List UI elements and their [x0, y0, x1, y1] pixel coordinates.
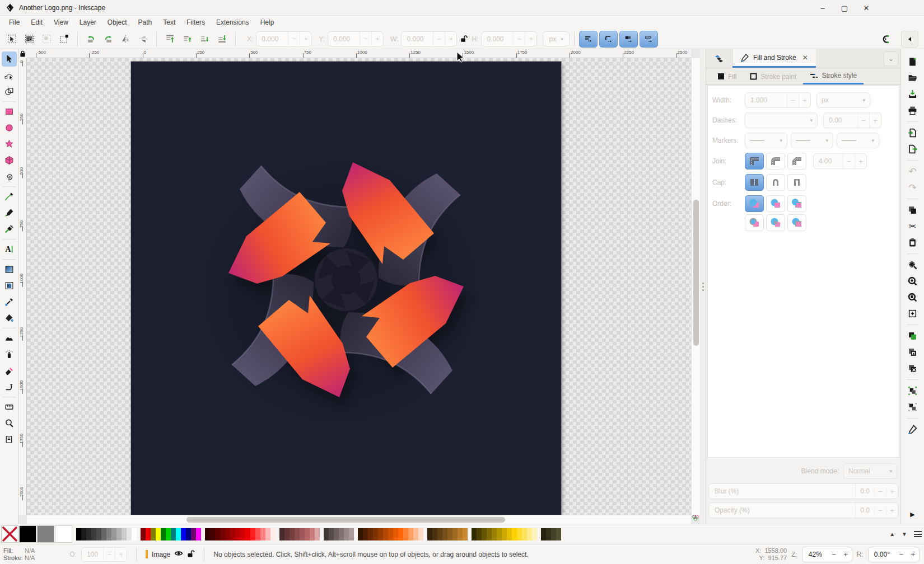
vertical-ruler[interactable]: 025050075010001250150017502000 [18, 58, 27, 515]
cap-round-button[interactable] [766, 174, 785, 191]
group-button[interactable] [904, 383, 921, 399]
horizontal-ruler[interactable]: -500-25002505007501000125015001750200022… [27, 49, 691, 58]
export-button[interactable] [904, 141, 921, 157]
palette-swatch[interactable] [408, 528, 413, 540]
fill-stroke-dialog-button[interactable] [904, 421, 921, 438]
tool-spray[interactable] [2, 347, 17, 362]
document-image[interactable] [131, 62, 561, 515]
y-minus[interactable]: − [360, 32, 371, 46]
palette-swatch[interactable] [413, 528, 418, 540]
marker-mid-dropdown[interactable]: ▾ [791, 133, 833, 148]
select-all-layers-button[interactable] [21, 31, 38, 48]
cap-butt-button[interactable] [745, 174, 764, 191]
zoom-drawing-button[interactable] [904, 273, 921, 289]
swatch-gray[interactable] [37, 525, 54, 543]
menu-help[interactable]: Help [255, 17, 280, 28]
tool-text[interactable]: A [2, 242, 17, 257]
width-plus[interactable]: + [799, 93, 810, 107]
swatch-black[interactable] [19, 525, 36, 543]
x-minus[interactable]: − [288, 32, 300, 46]
swatch-none[interactable] [1, 525, 18, 543]
canvas[interactable] [27, 58, 691, 515]
palette-swatch[interactable] [122, 528, 127, 540]
palette-menu-icon[interactable] [914, 531, 922, 537]
flip-vertical-button[interactable] [134, 31, 152, 48]
layers-dialog-tab[interactable] [706, 49, 732, 68]
dash-offset-plus[interactable]: + [869, 113, 881, 128]
undo-button[interactable]: ↶ [904, 163, 921, 180]
save-button[interactable] [904, 86, 921, 102]
palette-swatch[interactable] [76, 528, 81, 540]
palette-swatch[interactable] [181, 528, 186, 540]
palette-swatch[interactable] [215, 528, 220, 540]
palette-swatch[interactable] [171, 528, 176, 540]
palette-swatch[interactable] [477, 528, 482, 540]
order-markers-fill-stroke-button[interactable] [787, 195, 806, 212]
h-minus[interactable]: − [513, 32, 525, 46]
create-clone-button[interactable] [904, 344, 921, 360]
palette-swatch[interactable] [398, 528, 403, 540]
cap-square-button[interactable] [787, 174, 806, 191]
palette-swatch[interactable] [472, 528, 477, 540]
lower-button[interactable] [196, 31, 213, 48]
subtab-fill[interactable]: Fill [711, 68, 743, 84]
palette-swatch[interactable] [492, 528, 497, 540]
palette-swatch[interactable] [161, 528, 166, 540]
vertical-scrollbar[interactable] [691, 58, 700, 515]
blur-plus[interactable]: + [886, 487, 898, 496]
order-variant-5-button[interactable] [766, 214, 785, 231]
cut-button[interactable]: ✂ [904, 218, 921, 234]
snap-options-button[interactable] [876, 31, 894, 48]
join-bevel-button[interactable] [787, 153, 806, 170]
lower-to-bottom-button[interactable] [213, 31, 231, 48]
zoom-plus[interactable]: + [840, 547, 852, 562]
palette-swatch[interactable] [502, 528, 507, 540]
tool-measure[interactable] [2, 400, 17, 415]
palette-swatch[interactable] [270, 528, 276, 540]
x-field[interactable]: 0.000−+ [256, 31, 312, 46]
palette-swatch[interactable] [151, 528, 156, 540]
palette-swatch[interactable] [132, 528, 137, 540]
h-field[interactable]: 0.000−+ [481, 31, 537, 46]
fill-indicator-value[interactable]: N/A [25, 547, 35, 554]
palette-swatch[interactable] [373, 528, 378, 540]
dash-offset-field[interactable]: 0.00−+ [823, 112, 881, 128]
palette-swatch[interactable] [512, 528, 517, 540]
palette-swatch[interactable] [279, 528, 284, 540]
new-document-button[interactable] [904, 54, 921, 70]
select-all-button[interactable] [3, 31, 21, 48]
marker-start-dropdown[interactable]: ▾ [745, 133, 787, 148]
palette-swatch[interactable] [210, 528, 215, 540]
order-variant-6-button[interactable] [787, 214, 806, 231]
unlink-clone-button[interactable] [904, 360, 921, 377]
tool-mesh-gradient[interactable] [2, 278, 17, 293]
palette-swatch[interactable] [482, 528, 487, 540]
palette-swatch[interactable] [358, 528, 363, 540]
stroke-indicator-value[interactable]: N/A [25, 554, 35, 561]
palette-swatch[interactable] [111, 528, 116, 540]
palette-swatch[interactable] [205, 528, 210, 540]
palette-swatch[interactable] [393, 528, 398, 540]
tool-rectangle[interactable] [2, 104, 17, 119]
palette-swatch[interactable] [507, 528, 512, 540]
palette-swatch[interactable] [250, 528, 255, 540]
tool-eraser[interactable] [2, 363, 17, 378]
tool-tweak[interactable] [2, 331, 17, 346]
tool-calligraphy[interactable] [2, 222, 17, 237]
palette-swatch[interactable] [81, 528, 86, 540]
redo-button[interactable]: ↷ [904, 180, 921, 196]
raise-button[interactable] [179, 31, 196, 48]
palette-swatch[interactable] [344, 528, 349, 540]
palette-swatch[interactable] [305, 528, 310, 540]
dashes-dropdown[interactable]: ▾ [745, 112, 818, 128]
width-minus[interactable]: − [787, 93, 799, 107]
layer-lock-icon[interactable] [187, 549, 195, 560]
palette-scroll-down-icon[interactable]: ▼ [902, 531, 907, 537]
tool-paint-bucket[interactable] [2, 311, 17, 326]
cms-toggle-icon[interactable] [692, 514, 699, 523]
w-plus[interactable]: + [445, 32, 456, 46]
palette-swatch[interactable] [463, 528, 468, 540]
subtab-stroke-paint[interactable]: Stroke paint [743, 68, 803, 84]
palette-swatch[interactable] [310, 528, 315, 540]
unit-dropdown[interactable]: px▾ [543, 31, 569, 46]
